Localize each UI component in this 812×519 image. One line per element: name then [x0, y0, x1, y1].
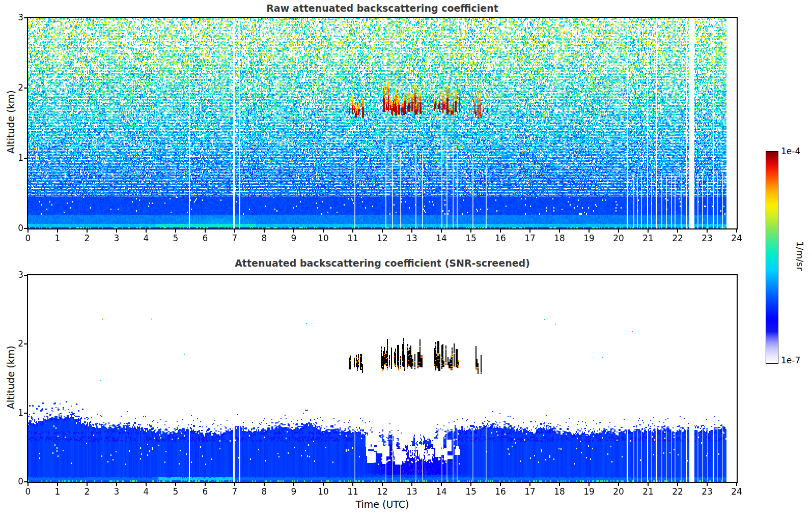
figure: Raw attenuated backscattering coefficien… [0, 0, 812, 519]
y-tick-label: 0 [10, 223, 23, 233]
x-tick [589, 229, 590, 233]
x-tick [234, 483, 235, 486]
x-tick-label: 18 [549, 233, 570, 243]
y-tick-label: 1 [10, 408, 23, 418]
y-tick [24, 17, 27, 18]
x-tick-label: 13 [402, 486, 422, 497]
x-tick [175, 483, 176, 486]
x-tick-label: 20 [608, 486, 629, 497]
x-tick [57, 229, 58, 233]
y-tick [24, 88, 27, 89]
x-tick [470, 483, 471, 486]
x-tick-label: 16 [490, 486, 511, 497]
x-tick-label: 3 [106, 486, 127, 497]
x-tick [589, 483, 590, 486]
y-tick-label: 0 [10, 476, 23, 486]
colorbar-unit-label: 1/m/sr [795, 241, 805, 271]
x-tick-label: 21 [638, 233, 658, 243]
x-tick [707, 483, 708, 486]
x-tick [618, 483, 619, 486]
x-tick [648, 483, 649, 486]
panel2-heatmap-canvas [28, 275, 737, 482]
panel2-title: Attenuated backscattering coefficient (S… [28, 257, 737, 269]
x-tick-label: 24 [726, 486, 747, 497]
x-tick-label: 10 [313, 233, 333, 243]
x-tick [677, 229, 678, 233]
x-tick [500, 483, 501, 486]
x-tick [411, 229, 412, 233]
x-tick [736, 483, 737, 486]
x-tick-label: 9 [284, 233, 304, 243]
x-tick [293, 483, 294, 486]
x-tick-label: 11 [343, 233, 363, 243]
x-tick [352, 483, 353, 486]
x-tick-label: 1 [47, 486, 68, 497]
x-tick-label: 18 [549, 486, 570, 497]
x-tick-label: 14 [431, 486, 452, 497]
x-tick-label: 2 [77, 486, 97, 497]
y-tick [24, 228, 27, 229]
colorbar [766, 151, 778, 364]
x-tick [559, 229, 560, 233]
x-tick [87, 229, 88, 233]
y-tick-label: 3 [10, 12, 23, 22]
x-tick-label: 4 [136, 233, 156, 243]
y-tick-label: 1 [10, 153, 23, 163]
x-tick [264, 483, 265, 486]
x-tick-label: 0 [18, 486, 38, 497]
x-tick [116, 229, 117, 233]
x-tick-label: 16 [490, 233, 511, 243]
x-tick [205, 229, 206, 233]
x-tick [146, 483, 147, 486]
x-tick [648, 229, 649, 233]
x-tick [234, 229, 235, 233]
x-tick [352, 229, 353, 233]
x-tick [87, 483, 88, 486]
x-tick [529, 229, 530, 233]
x-tick [27, 229, 29, 233]
y-tick-label: 2 [10, 338, 23, 349]
colorbar-max-label: 1e-4 [781, 146, 800, 156]
y-tick [24, 275, 27, 276]
x-tick-label: 8 [254, 486, 274, 497]
x-tick [677, 483, 678, 486]
x-tick [146, 229, 147, 233]
x-tick-label: 17 [520, 233, 540, 243]
x-tick [382, 483, 383, 486]
x-tick-label: 15 [461, 233, 481, 243]
x-tick-label: 10 [313, 486, 333, 497]
x-tick-label: 5 [165, 233, 186, 243]
panel2-y-axis-label: Altitude (km) [5, 345, 16, 409]
x-tick-label: 7 [225, 233, 245, 243]
y-tick-label: 2 [10, 82, 23, 93]
x-tick-label: 23 [697, 486, 717, 497]
y-tick [24, 343, 27, 344]
x-tick-label: 15 [461, 486, 481, 497]
x-tick [618, 229, 619, 233]
x-tick [411, 483, 412, 486]
x-tick [500, 229, 501, 233]
x-tick [57, 483, 58, 486]
x-tick-label: 20 [608, 233, 629, 243]
x-tick [293, 229, 294, 233]
x-tick [529, 483, 530, 486]
x-tick-label: 19 [579, 233, 599, 243]
x-tick-label: 12 [372, 233, 393, 243]
x-tick [27, 483, 29, 486]
colorbar-min-label: 1e-7 [781, 355, 800, 365]
x-tick-label: 6 [195, 233, 215, 243]
x-tick-label: 0 [18, 233, 38, 243]
x-tick [707, 229, 708, 233]
panel1-heatmap-canvas [28, 18, 737, 228]
x-tick-label: 22 [667, 233, 688, 243]
x-tick [441, 229, 442, 233]
x-tick-label: 24 [726, 233, 747, 243]
x-tick [205, 483, 206, 486]
x-tick [382, 229, 383, 233]
x-tick-label: 9 [284, 486, 304, 497]
x-tick-label: 2 [77, 233, 97, 243]
x-tick-label: 14 [431, 233, 452, 243]
x-tick-label: 17 [520, 486, 540, 497]
x-tick-label: 21 [638, 486, 658, 497]
panel1-title: Raw attenuated backscattering coefficien… [28, 3, 737, 14]
